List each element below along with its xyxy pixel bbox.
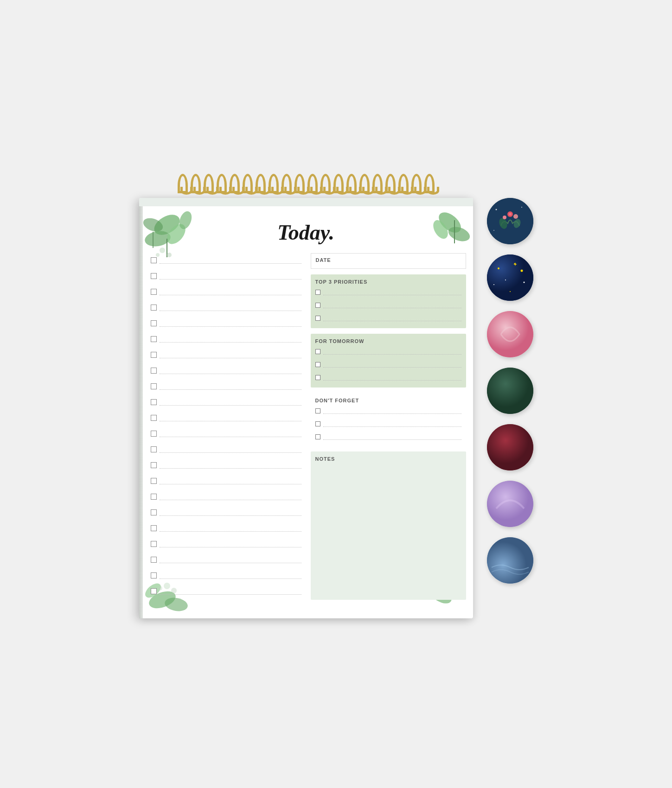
dotted-line — [160, 383, 301, 390]
swatch-dark-green[interactable] — [487, 368, 533, 414]
checkbox[interactable] — [151, 541, 157, 547]
svg-point-37 — [520, 269, 523, 272]
checkbox[interactable] — [151, 320, 157, 326]
checkbox[interactable] — [151, 557, 157, 563]
checkbox[interactable] — [151, 431, 157, 437]
priority-item — [315, 313, 461, 324]
tomorrow-checkbox[interactable] — [315, 349, 320, 354]
left-column — [139, 253, 306, 609]
checkbox[interactable] — [151, 399, 157, 405]
checkbox[interactable] — [151, 462, 157, 468]
spiral-rings — [139, 174, 473, 193]
svg-point-40 — [493, 284, 494, 285]
dont-forget-label: DON'T FORGET — [315, 398, 461, 403]
dont-forget-item — [315, 419, 461, 429]
tomorrow-item — [315, 360, 461, 370]
ring — [282, 174, 292, 193]
svg-point-28 — [503, 216, 506, 219]
dont-forget-checkbox[interactable] — [315, 434, 320, 439]
checklist-item — [151, 474, 301, 489]
priority-checkbox[interactable] — [315, 316, 320, 321]
priority-checkbox[interactable] — [315, 303, 320, 308]
checkbox[interactable] — [151, 352, 157, 358]
ring — [269, 174, 279, 193]
dont-forget-item — [315, 406, 461, 416]
checkbox[interactable] — [151, 478, 157, 484]
dotted-line — [160, 305, 301, 311]
dotted-line — [160, 257, 301, 264]
checkbox[interactable] — [151, 494, 157, 500]
checkbox[interactable] — [151, 368, 157, 374]
ring — [424, 174, 435, 193]
tomorrow-checkbox[interactable] — [315, 362, 320, 367]
tomorrow-checkbox[interactable] — [315, 375, 320, 380]
notebook-content: Today. — [139, 206, 473, 618]
checkbox[interactable] — [151, 509, 157, 515]
checkbox[interactable] — [151, 588, 157, 594]
notebook-title: Today. — [139, 216, 473, 245]
ring — [191, 174, 201, 193]
priority-checkbox[interactable] — [315, 290, 320, 295]
checklist-item — [151, 348, 301, 362]
swatch-floral-dark-blue[interactable] — [487, 198, 533, 244]
dotted-line — [160, 509, 301, 516]
ring — [217, 174, 227, 193]
checklist-item — [151, 458, 301, 473]
ring — [333, 174, 344, 193]
dont-forget-checkbox[interactable] — [315, 421, 320, 426]
tomorrow-line — [323, 362, 461, 368]
dotted-line — [160, 368, 301, 374]
swatch-pink[interactable] — [487, 311, 533, 357]
checkbox[interactable] — [151, 305, 157, 311]
swatch-blue[interactable] — [487, 537, 533, 584]
dotted-line — [160, 431, 301, 437]
checklist-item — [151, 269, 301, 284]
svg-point-30 — [495, 209, 497, 210]
right-column: DATE TOP 3 PRIORITIES — [306, 253, 473, 609]
checkbox[interactable] — [151, 446, 157, 452]
tomorrow-item — [315, 347, 461, 357]
ring — [307, 174, 318, 193]
ring — [243, 174, 253, 193]
checkbox[interactable] — [151, 383, 157, 389]
date-label: DATE — [316, 257, 461, 263]
swatch-night-sky[interactable] — [487, 254, 533, 301]
dotted-line — [160, 525, 301, 532]
swatch-lavender[interactable] — [487, 481, 533, 527]
dont-forget-line — [323, 434, 461, 440]
svg-point-32 — [493, 230, 494, 231]
checklist-item — [151, 505, 301, 520]
ring — [346, 174, 357, 193]
dotted-line — [160, 588, 301, 595]
color-swatches — [487, 198, 533, 584]
dotted-line — [160, 557, 301, 563]
checkbox[interactable] — [151, 273, 157, 279]
svg-point-39 — [523, 281, 525, 283]
checkbox[interactable] — [151, 572, 157, 578]
checklist-item — [151, 537, 301, 552]
checkbox[interactable] — [151, 289, 157, 295]
dotted-line — [160, 572, 301, 579]
priority-item — [315, 287, 461, 298]
tomorrow-line — [323, 349, 461, 355]
checkbox[interactable] — [151, 257, 157, 263]
svg-point-29 — [513, 214, 518, 219]
ring — [294, 174, 305, 193]
checklist-item — [151, 363, 301, 378]
dotted-line — [160, 336, 301, 343]
svg-point-41 — [510, 291, 511, 292]
checkbox[interactable] — [151, 336, 157, 342]
priority-item — [315, 300, 461, 311]
svg-point-7 — [160, 248, 165, 253]
checklist-item — [151, 379, 301, 394]
tomorrow-section: FOR TOMORROW — [311, 334, 466, 388]
checkbox[interactable] — [151, 525, 157, 531]
checklist-item — [151, 489, 301, 504]
ring — [372, 174, 383, 193]
checklist-item — [151, 568, 301, 583]
swatch-dark-red[interactable] — [487, 424, 533, 470]
tomorrow-label: FOR TOMORROW — [315, 338, 461, 344]
checkbox[interactable] — [151, 415, 157, 421]
dont-forget-checkbox[interactable] — [315, 408, 320, 413]
checklist-item — [151, 584, 301, 599]
